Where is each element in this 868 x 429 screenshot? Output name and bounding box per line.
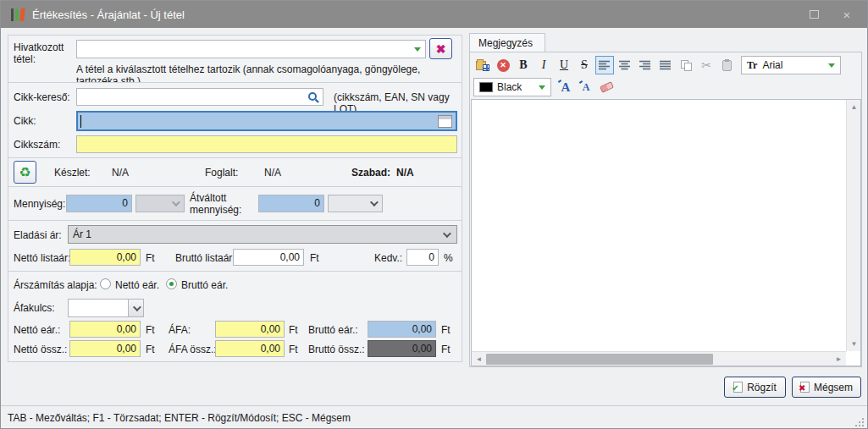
chevron-down-icon (133, 303, 141, 311)
dropdown-arrow-icon (414, 47, 421, 52)
titlebar[interactable]: Értékesítés - Árajánlat - Új tétel × (1, 1, 867, 28)
refresh-stock-button[interactable]: ♻ (14, 161, 36, 184)
chevron-down-icon (370, 198, 379, 206)
net-total-currency: Ft (146, 344, 155, 355)
align-center-button[interactable] (616, 56, 634, 74)
search-icon[interactable] (307, 91, 319, 108)
close-button[interactable]: × (832, 1, 862, 28)
vat-dropdown-button[interactable] (128, 300, 143, 316)
item-input[interactable] (76, 111, 457, 131)
radio-net-price-label[interactable]: Nettó eár. (115, 279, 159, 291)
color-swatch (479, 82, 493, 92)
group-price-calc: Árszámítás alapja: Nettó eár. Bruttó eár… (8, 271, 462, 362)
text-cursor (80, 115, 81, 128)
justify-button[interactable] (656, 56, 675, 74)
radio-net-price[interactable] (100, 278, 111, 289)
quantity-value: 0 (122, 197, 128, 209)
maximize-button[interactable] (799, 1, 828, 28)
gross-unit-price-currency: Ft (441, 324, 451, 336)
save-button[interactable]: ✔ Rögzít (724, 377, 786, 398)
clear-text-button[interactable]: ✕ (494, 56, 512, 74)
stock-value: N/A (112, 167, 129, 179)
copy-button[interactable] (677, 56, 695, 74)
horizontal-scrollbar[interactable]: ◄ ► (472, 351, 846, 366)
status-bar: TAB - Mezőváltás; F1 - Törzsadat; ENTER … (1, 405, 867, 429)
scroll-up-icon[interactable]: ▲ (847, 100, 861, 114)
vat-total-input[interactable]: 0,00 (215, 340, 285, 357)
font-color-value: Black (497, 81, 539, 93)
net-list-price-input[interactable]: 0,00 (69, 249, 141, 266)
sale-price-select[interactable]: Ár 1 (68, 225, 457, 244)
vat-rate-select[interactable] (68, 299, 144, 317)
item-label: Cikk: (14, 115, 36, 127)
gross-list-price-label: Bruttó listaár: (175, 252, 235, 264)
comment-editor[interactable]: ▲ ▼ ◄ ► (471, 99, 861, 366)
erase-formatting-button[interactable] (597, 78, 616, 96)
net-total-input[interactable]: 0,00 (69, 340, 141, 357)
vat-rate-label: Áfakulcs: (14, 302, 55, 314)
item-number-input[interactable] (76, 135, 457, 153)
decrease-font-size-button[interactable]: A (577, 78, 595, 96)
group-referenced-item: Hivatkozott tétel: ✖ A tétel a kiválaszt… (8, 35, 462, 83)
vat-total-label: ÁFA össz.: (169, 344, 217, 355)
font-color-select[interactable]: Black (473, 78, 551, 96)
align-right-button[interactable] (636, 56, 655, 74)
strikethrough-button[interactable]: S (575, 56, 594, 74)
chevron-down-icon (172, 198, 180, 206)
copy-icon (681, 60, 692, 71)
align-left-icon (599, 60, 611, 70)
gross-total-label: Bruttó össz.: (308, 344, 365, 355)
paste-button[interactable] (717, 56, 736, 74)
vat-input[interactable]: 0,00 (215, 321, 285, 338)
status-bar-text: TAB - Mezőváltás; F1 - Törzsadat; ENTER … (8, 412, 351, 424)
resize-grip-icon[interactable] (855, 418, 864, 426)
vat-currency: Ft (289, 324, 298, 336)
bold-button[interactable]: B (514, 56, 533, 74)
horizontal-scroll-thumb[interactable] (486, 354, 713, 365)
vertical-scrollbar[interactable]: ▲ ▼ (846, 100, 860, 351)
cancel-button[interactable]: ✖ Mégsem (792, 377, 861, 398)
net-total-label: Nettó össz.: (14, 344, 67, 355)
converted-quantity-input[interactable]: 0 (258, 195, 324, 212)
free-label: Szabad: (351, 167, 390, 179)
cut-button[interactable]: ✂ (697, 56, 716, 74)
font-family-value: Arial (762, 59, 828, 71)
gross-list-price-input[interactable]: 0,00 (233, 249, 304, 266)
converted-unit-select[interactable] (328, 195, 383, 212)
gross-list-price-currency: Ft (310, 252, 319, 264)
referenced-item-label: Hivatkozott tétel: (14, 41, 78, 65)
net-unit-price-input[interactable]: 0,00 (69, 321, 141, 338)
save-page-icon: ✔ (733, 382, 743, 393)
net-unit-price-value: 0,00 (117, 323, 136, 335)
item-browse-button[interactable] (438, 115, 452, 128)
quantity-input[interactable]: 0 (66, 195, 132, 212)
font-icon: Tr (747, 59, 757, 72)
increase-font-size-button[interactable]: A (556, 78, 575, 96)
refresh-icon: ♻ (19, 164, 30, 180)
referenced-item-combobox[interactable] (76, 40, 426, 58)
editor-toolbar-row1: ✕ B I U S ✂ Tr Arial (473, 55, 841, 75)
tab-comment[interactable]: Megjegyzés (469, 33, 545, 52)
item-search-input[interactable] (76, 88, 323, 106)
clipboard-icon (722, 60, 732, 71)
radio-gross-price-label[interactable]: Bruttó eár. (181, 279, 228, 291)
vat-total-value: 0,00 (261, 343, 280, 355)
group-sale-price: Eladási ár: Ár 1 Nettó listaár: 0,00 Ft … (8, 220, 462, 272)
gross-total-field: 0,00 (368, 340, 436, 357)
scroll-down-icon[interactable]: ▼ (847, 337, 861, 351)
align-left-button[interactable] (595, 56, 614, 74)
clear-referenced-item-button[interactable]: ✖ (429, 38, 452, 59)
radio-gross-price[interactable] (166, 278, 177, 289)
cross-icon: ✖ (799, 384, 805, 393)
italic-button[interactable]: I (534, 56, 553, 74)
scroll-right-icon[interactable]: ► (832, 352, 846, 366)
insert-object-button[interactable] (473, 56, 492, 74)
net-list-price-currency: Ft (146, 252, 155, 264)
font-family-select[interactable]: Tr Arial (741, 56, 841, 74)
underline-button[interactable]: U (555, 56, 573, 74)
discount-input[interactable]: 0 (406, 249, 439, 266)
net-unit-price-label: Nettó eár.: (14, 324, 60, 336)
quantity-unit-select[interactable] (135, 195, 185, 212)
gross-list-price-value: 0,00 (280, 251, 300, 263)
scroll-left-icon[interactable]: ◄ (472, 352, 486, 366)
